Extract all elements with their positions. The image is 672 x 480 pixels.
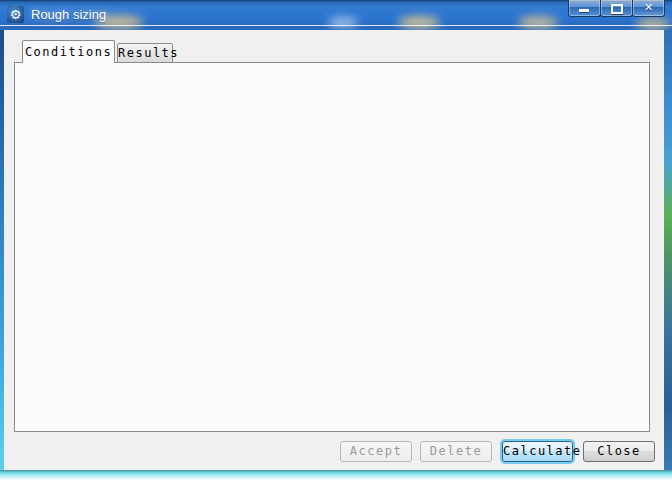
maximize-button[interactable] — [600, 0, 633, 17]
tab-results[interactable]: Results — [117, 43, 173, 63]
caption-buttons: ✕ — [569, 0, 665, 17]
maximize-icon — [611, 4, 623, 14]
gear-icon: ⚙ — [7, 6, 24, 23]
glass-reflection — [636, 18, 670, 30]
accept-button: Accept — [340, 441, 412, 462]
glass-reflection — [518, 16, 558, 29]
titlebar[interactable]: ⚙ Rough sizing ✕ — [0, 0, 672, 30]
close-dialog-button[interactable]: Close — [583, 441, 655, 462]
rough-sizing-dialog: ⚙ Rough sizing ✕ Results Conditions Heli… — [0, 0, 672, 480]
window-title: Rough sizing — [31, 7, 106, 22]
glass-reflection — [328, 17, 358, 28]
minimize-icon — [579, 9, 589, 12]
minimize-button[interactable] — [568, 0, 601, 17]
delete-button: Delete — [420, 441, 492, 462]
tab-conditions[interactable]: Conditions — [22, 40, 115, 63]
close-icon: ✕ — [633, 1, 664, 14]
conditions-tab-page — [14, 62, 650, 432]
close-button[interactable]: ✕ — [632, 0, 665, 17]
glass-reflection — [398, 16, 440, 29]
window-border-bottom — [0, 470, 672, 480]
calculate-button[interactable]: Calculate — [502, 441, 573, 462]
